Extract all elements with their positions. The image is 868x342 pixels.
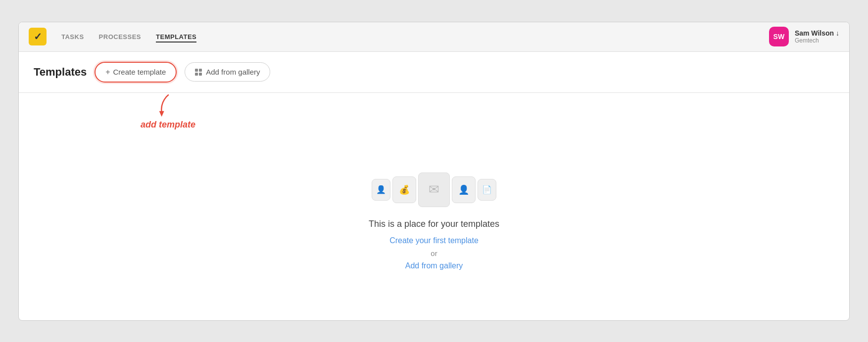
user-company: Gemtech: [795, 37, 839, 44]
empty-state-title: This is a place for your templates: [369, 219, 499, 229]
nav-processes[interactable]: PROCESSES: [99, 31, 141, 43]
nav-templates[interactable]: TEMPLATES: [156, 31, 196, 43]
avatar: SW: [769, 27, 789, 46]
template-icon-person-left: 👤: [372, 179, 390, 201]
logo: ✓: [29, 28, 47, 45]
arrow-container: add template: [141, 93, 195, 130]
create-first-template-link[interactable]: Create your first template: [389, 236, 479, 245]
annotation-area: add template: [19, 93, 849, 132]
template-icon-envelope: ✉: [418, 172, 450, 207]
gallery-button-label: Add from gallery: [206, 68, 260, 76]
add-from-gallery-button[interactable]: Add from gallery: [185, 62, 270, 82]
plus-icon: +: [105, 68, 110, 77]
nav-right: SW Sam Wilson ↓ Gemtech: [769, 27, 839, 46]
main-content: 👤 💰 ✉ 👤 📄 This is a place for your templ…: [19, 132, 849, 320]
add-from-gallery-link[interactable]: Add from gallery: [405, 261, 463, 270]
template-icons-illustration: 👤 💰 ✉ 👤 📄: [372, 172, 496, 207]
grid-icon: [195, 69, 202, 76]
top-nav: ✓ TASKS PROCESSES TEMPLATES SW Sam Wilso…: [19, 22, 849, 52]
page-header: Templates + Create template Add from gal…: [19, 52, 849, 93]
arrow-icon: [153, 93, 183, 118]
nav-tasks[interactable]: TASKS: [61, 31, 84, 43]
create-template-label: Create template: [113, 68, 166, 76]
svg-marker-0: [159, 111, 164, 117]
user-name[interactable]: Sam Wilson ↓: [795, 29, 839, 37]
template-icon-doc: 📄: [478, 179, 496, 201]
template-icon-person-right: 👤: [452, 176, 476, 203]
template-icon-coins: 💰: [392, 176, 416, 203]
or-separator: or: [431, 249, 437, 257]
user-info: Sam Wilson ↓ Gemtech: [795, 29, 839, 44]
page-title: Templates: [34, 66, 87, 79]
annotation-text: add template: [141, 120, 195, 130]
nav-items: TASKS PROCESSES TEMPLATES: [61, 31, 769, 43]
logo-icon: ✓: [34, 31, 42, 43]
app-container: ✓ TASKS PROCESSES TEMPLATES SW Sam Wilso…: [18, 22, 850, 321]
create-template-button[interactable]: + Create template: [95, 62, 177, 83]
